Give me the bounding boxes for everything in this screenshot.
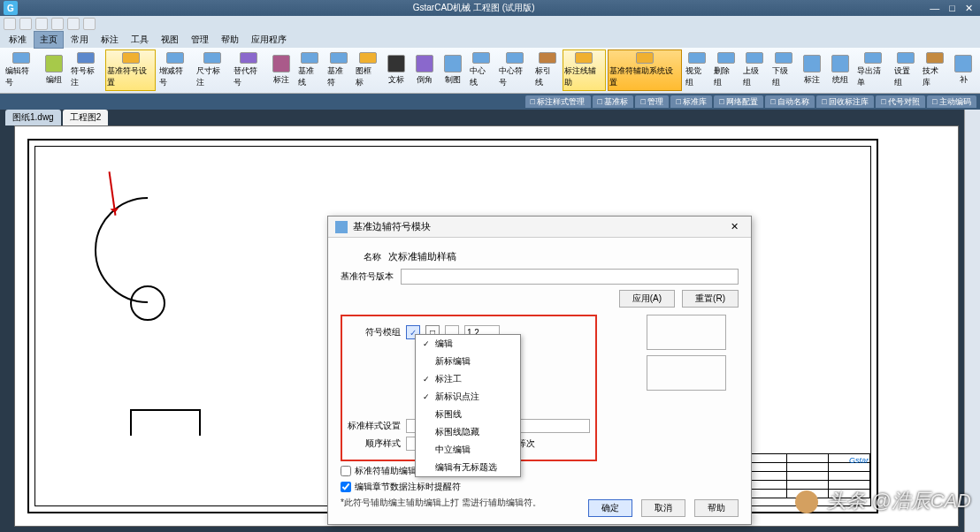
dropdown-item-新标编辑[interactable]: 新标编辑 bbox=[416, 353, 520, 370]
close-button[interactable]: ✕ bbox=[965, 3, 973, 13]
subtab-标注样式管理[interactable]: □ 标注样式管理 bbox=[525, 95, 591, 108]
ribbon-下级组[interactable]: 下级组 bbox=[770, 49, 798, 91]
ribbon-符号标注[interactable]: 符号标注 bbox=[69, 49, 104, 91]
watermark: 头条 @浩辰CAD bbox=[795, 488, 971, 514]
ribbon-icon bbox=[301, 52, 318, 64]
filetab-图纸1.dwg[interactable]: 图纸1.dwg bbox=[5, 110, 61, 125]
menu-标准[interactable]: 标准 bbox=[4, 32, 32, 48]
ribbon-label: 删除组 bbox=[714, 65, 738, 88]
dropdown-item-标围线[interactable]: 标围线 bbox=[416, 406, 520, 423]
dropdown-item-标围线隐藏[interactable]: 标围线隐藏 bbox=[416, 423, 520, 441]
filetab-工程图2[interactable]: 工程图2 bbox=[63, 110, 109, 125]
ribbon-基准线[interactable]: 基准线 bbox=[296, 49, 324, 91]
help-button[interactable]: 帮助 bbox=[694, 499, 739, 517]
ribbon-替代符号[interactable]: 替代符号 bbox=[232, 49, 267, 91]
dropdown-item-编辑有无标题选[interactable]: 编辑有无标题选 bbox=[416, 459, 520, 476]
ribbon-中心符号[interactable]: 中心符号 bbox=[497, 49, 532, 91]
menu-常用[interactable]: 常用 bbox=[65, 32, 94, 48]
apply-button[interactable]: 应用(A) bbox=[619, 290, 675, 308]
qat-open-icon[interactable] bbox=[19, 18, 32, 30]
ribbon-尺寸标注[interactable]: 尺寸标注 bbox=[195, 49, 230, 91]
cancel-button[interactable]: 取消 bbox=[641, 499, 685, 517]
dialog-titlebar[interactable]: 基准边辅符号模块 ✕ bbox=[328, 217, 751, 238]
subtab-基准标[interactable]: □ 基准标 bbox=[593, 95, 634, 108]
qat-save-icon[interactable] bbox=[35, 18, 48, 30]
subtab-代号对照[interactable]: □ 代号对照 bbox=[876, 95, 925, 108]
ribbon-标注[interactable]: 标注 bbox=[268, 49, 295, 91]
window-controls: — □ ✕ bbox=[926, 3, 976, 14]
ribbon-编组[interactable]: 编组 bbox=[41, 49, 67, 91]
version-input[interactable] bbox=[401, 269, 739, 285]
ribbon-图框标[interactable]: 图框标 bbox=[354, 49, 381, 91]
ribbon-视觉组[interactable]: 视觉组 bbox=[684, 49, 711, 91]
menu-管理[interactable]: 管理 bbox=[186, 32, 214, 48]
ribbon-设置组[interactable]: 设置组 bbox=[892, 49, 920, 91]
ribbon-icon bbox=[416, 55, 433, 72]
dropdown-item-标注工[interactable]: ✓标注工 bbox=[416, 370, 520, 388]
ribbon-label: 图框标 bbox=[356, 65, 379, 88]
ribbon-标注线辅助[interactable]: 标注线辅助 bbox=[563, 49, 605, 91]
ribbon-删除组[interactable]: 删除组 bbox=[712, 49, 739, 91]
check-standard-code[interactable] bbox=[341, 466, 351, 476]
ribbon-基准符号设置[interactable]: 基准符号设置 bbox=[105, 49, 156, 91]
dialog-close-button[interactable]: ✕ bbox=[725, 219, 744, 234]
ribbon-文标[interactable]: 文标 bbox=[383, 49, 410, 91]
ribbon-label: 上级组 bbox=[743, 65, 767, 88]
ribbon-标注[interactable]: 标注 bbox=[799, 49, 825, 91]
ribbon-中心线[interactable]: 中心线 bbox=[468, 49, 495, 91]
dropdown-item-新标识点注[interactable]: ✓新标识点注 bbox=[416, 388, 520, 406]
ok-button[interactable]: 确定 bbox=[588, 499, 632, 517]
subtab-回收标注库[interactable]: □ 回收标注库 bbox=[816, 95, 874, 108]
menu-应用程序[interactable]: 应用程序 bbox=[246, 32, 292, 48]
left-gutter bbox=[0, 110, 9, 532]
ribbon-补[interactable]: 补 bbox=[950, 49, 976, 91]
dialog-icon bbox=[335, 221, 348, 233]
qat-print-icon[interactable] bbox=[83, 18, 96, 30]
sub-tab-bar: □ 标注样式管理□ 基准标□ 管理□ 标准库□ 网络配置□ 自动名称□ 回收标注… bbox=[0, 94, 980, 110]
menu-标注[interactable]: 标注 bbox=[96, 32, 124, 48]
preview-box-2 bbox=[647, 355, 726, 391]
ribbon-倒角[interactable]: 倒角 bbox=[411, 49, 438, 91]
ribbon-上级组[interactable]: 上级组 bbox=[741, 49, 769, 91]
symbol-dropdown[interactable]: ✓编辑新标编辑✓标注工✓新标识点注标围线标围线隐藏中立编辑编辑有无标题选 bbox=[415, 334, 521, 477]
menu-工具[interactable]: 工具 bbox=[126, 32, 154, 48]
subtab-主动编码[interactable]: □ 主动编码 bbox=[927, 95, 976, 108]
dropdown-item-中立编辑[interactable]: 中立编辑 bbox=[416, 441, 520, 459]
subtab-自动名称[interactable]: □ 自动名称 bbox=[765, 95, 815, 108]
reset-button[interactable]: 重置(R) bbox=[682, 290, 739, 308]
right-panel[interactable] bbox=[964, 110, 980, 532]
subtab-网络配置[interactable]: □ 网络配置 bbox=[714, 95, 763, 108]
ribbon-icon bbox=[926, 52, 944, 64]
dropdown-item-编辑[interactable]: ✓编辑 bbox=[416, 335, 520, 353]
ribbon-label: 基准线 bbox=[298, 65, 322, 88]
symbol-group-label: 符号模组 bbox=[348, 326, 401, 338]
subtab-标准库[interactable]: □ 标准库 bbox=[670, 95, 712, 108]
workspace: 图纸1.dwg工程图2 Gstar 基准边辅符号模块 ✕ 名称 次标准辅助样稿 bbox=[0, 110, 980, 532]
menu-视图[interactable]: 视图 bbox=[156, 32, 184, 48]
qat-new-icon[interactable] bbox=[4, 18, 16, 30]
minimize-button[interactable]: — bbox=[930, 3, 939, 13]
menu-帮助[interactable]: 帮助 bbox=[216, 32, 244, 48]
ribbon-label: 尺寸标注 bbox=[196, 65, 228, 88]
ribbon-编辑符号[interactable]: 编辑符号 bbox=[4, 49, 39, 91]
ribbon-icon bbox=[444, 55, 462, 72]
ribbon-导出清单[interactable]: 导出清单 bbox=[855, 49, 891, 91]
ribbon-增减符号[interactable]: 增减符号 bbox=[157, 49, 193, 91]
subtab-管理[interactable]: □ 管理 bbox=[635, 95, 669, 108]
ribbon-技术库[interactable]: 技术库 bbox=[921, 49, 948, 91]
check-remind[interactable] bbox=[341, 482, 351, 492]
menu-主页[interactable]: 主页 bbox=[34, 31, 64, 49]
app-title: GstarCAD机械 工程图 (试用版) bbox=[21, 2, 926, 14]
qat-redo-icon[interactable] bbox=[67, 18, 80, 30]
qat-undo-icon[interactable] bbox=[51, 18, 64, 30]
ribbon-基准符辅助系统设置[interactable]: 基准符辅助系统设置 bbox=[608, 49, 682, 91]
ribbon-标引线[interactable]: 标引线 bbox=[533, 49, 561, 91]
ribbon-icon bbox=[203, 52, 221, 64]
ribbon-统组[interactable]: 统组 bbox=[827, 49, 854, 91]
ribbon-基准符[interactable]: 基准符 bbox=[325, 49, 353, 91]
dropdown-label: 编辑有无标题选 bbox=[435, 461, 497, 474]
version-label: 基准符号版本 bbox=[341, 270, 394, 283]
ribbon-制图[interactable]: 制图 bbox=[440, 49, 466, 91]
maximize-button[interactable]: □ bbox=[949, 3, 955, 13]
quick-access-toolbar bbox=[0, 16, 980, 32]
